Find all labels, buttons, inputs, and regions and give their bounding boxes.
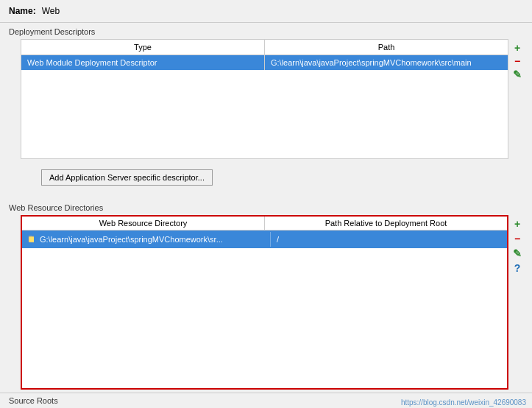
wr-side-buttons: + − ✎ ? xyxy=(508,215,526,390)
deployment-edit-button[interactable]: ✎ xyxy=(511,68,523,80)
deployment-descriptors-section: Deployment Descriptors Type Path Web Mod… xyxy=(0,23,532,196)
wr-add-button[interactable]: + xyxy=(511,218,523,230)
add-server-btn-container: Add Application Server specific descript… xyxy=(21,163,523,191)
deployment-table-container: Type Path Web Module Deployment Descript… xyxy=(21,39,526,159)
deployment-table-row[interactable]: Web Module Deployment Descriptor G:\lear… xyxy=(21,55,508,70)
wr-table-header: Web Resource Directory Path Relative to … xyxy=(22,217,507,231)
deployment-path-header: Path xyxy=(265,40,508,54)
deployment-table-header: Type Path xyxy=(21,40,508,55)
name-label: Name: xyxy=(9,6,36,16)
deployment-table: Type Path Web Module Deployment Descript… xyxy=(21,39,508,159)
wr-rel-header: Path Relative to Deployment Root xyxy=(265,217,507,230)
watermark: https://blog.csdn.net/weixin_42690083 xyxy=(401,398,526,407)
web-resource-table-outer: Web Resource Directory Path Relative to … xyxy=(21,215,526,390)
deployment-add-button[interactable]: + xyxy=(511,42,523,54)
deployment-type-header: Type xyxy=(21,40,265,54)
add-server-button[interactable]: Add Application Server specific descript… xyxy=(41,169,213,186)
wr-table-empty xyxy=(22,248,507,307)
deployment-remove-button[interactable]: − xyxy=(511,55,523,67)
wr-help-button[interactable]: ? xyxy=(511,262,523,274)
wr-edit-button[interactable]: ✎ xyxy=(511,247,523,259)
deployment-table-empty xyxy=(21,70,508,158)
wr-row-icon xyxy=(22,231,34,248)
web-resource-table: Web Resource Directory Path Relative to … xyxy=(21,215,508,390)
wr-remove-button[interactable]: − xyxy=(511,233,523,245)
wr-rel-cell: / xyxy=(271,232,507,247)
web-resource-label: Web Resource Directories xyxy=(0,199,532,215)
name-row: Name: Web xyxy=(0,0,532,23)
name-value: Web xyxy=(42,6,60,16)
deployment-side-buttons: + − ✎ xyxy=(508,39,526,83)
deployment-path-cell: G:\learn\java\javaProject\springMVChomew… xyxy=(265,55,508,70)
deployment-type-cell: Web Module Deployment Descriptor xyxy=(21,55,265,70)
web-resource-section: Web Resource Directories Web Resource Di… xyxy=(0,199,532,390)
svg-rect-0 xyxy=(29,236,34,242)
wr-dir-cell: G:\learn\java\javaProject\springMVChomew… xyxy=(34,232,271,247)
wr-table-row[interactable]: G:\learn\java\javaProject\springMVChomew… xyxy=(22,231,507,248)
deployment-descriptors-label: Deployment Descriptors xyxy=(0,23,532,39)
wr-dir-header: Web Resource Directory xyxy=(22,217,265,230)
